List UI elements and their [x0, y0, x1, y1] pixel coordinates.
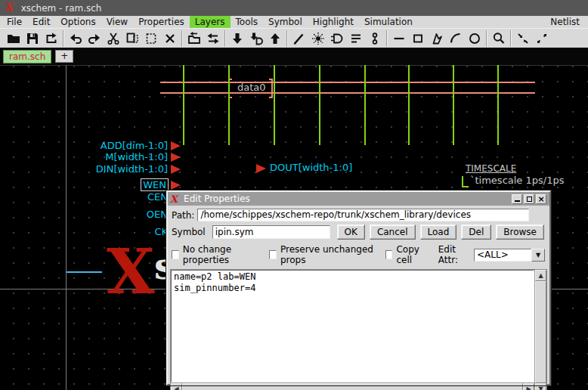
del-button[interactable]: Del	[461, 224, 491, 240]
toggle-light-button[interactable]	[308, 29, 327, 48]
input-pin-arrow-icon[interactable]	[171, 141, 181, 150]
menu-netlist[interactable]: Netlist	[546, 16, 584, 28]
draw-arc-button[interactable]	[446, 29, 465, 48]
properties-textarea[interactable]: name=p2 lab=WEN sim_pinnumber=4	[171, 270, 534, 382]
paste-button[interactable]	[141, 29, 160, 48]
scroll-down-icon[interactable]	[535, 383, 546, 390]
pin-label-m[interactable]: M[width-1:0]	[105, 151, 168, 162]
pin-stub-wire[interactable]	[228, 65, 230, 145]
menu-view[interactable]: View	[101, 16, 133, 28]
menu-file[interactable]: File	[2, 16, 27, 28]
netlist-lines-button[interactable]	[346, 29, 365, 48]
make-symbol-button[interactable]	[327, 29, 346, 48]
tab-ram-sch[interactable]: ram.sch	[3, 50, 51, 63]
menu-simulation[interactable]: Simulation	[359, 16, 418, 28]
bus-tap-right[interactable]	[269, 79, 273, 98]
window-titlebar[interactable]: X xschem - ram.sch	[0, 0, 588, 16]
checkbox-icon[interactable]	[269, 250, 277, 259]
xschem-logo-icon: X	[4, 2, 15, 14]
scroll-left-icon[interactable]	[171, 383, 182, 390]
open-file-button[interactable]	[4, 29, 23, 48]
menu-edit[interactable]: Edit	[27, 16, 55, 28]
pin-label-din[interactable]: DIN[width-1:0]	[96, 163, 168, 175]
zoom-box-button[interactable]	[489, 29, 508, 48]
pin-stub-wire[interactable]	[408, 65, 410, 145]
vertical-scrollbar-thumb[interactable]	[535, 281, 546, 383]
menu-highlight[interactable]: Highlight	[308, 16, 359, 28]
menu-layers[interactable]: Layers	[190, 16, 231, 28]
minimize-button[interactable]	[512, 194, 522, 204]
pin-stub-wire[interactable]	[183, 65, 184, 145]
horizontal-scrollbar-thumb[interactable]	[182, 383, 523, 390]
dropdown-arrow-icon[interactable]	[531, 249, 545, 262]
menu-options[interactable]: Options	[55, 16, 101, 28]
draw-line-button[interactable]	[389, 29, 408, 48]
menu-tools[interactable]: Tools	[231, 16, 264, 28]
draw-rect-button[interactable]	[408, 29, 427, 48]
pin-stub-wire[interactable]	[274, 65, 275, 145]
dialog-titlebar[interactable]: X Edit Properties ×	[168, 192, 549, 206]
menu-symbol[interactable]: Symbol	[263, 16, 308, 28]
input-pin-arrow-icon[interactable]	[171, 181, 181, 190]
scroll-right-icon[interactable]	[523, 383, 534, 390]
undo-button[interactable]	[66, 29, 85, 48]
delete-button[interactable]	[160, 29, 179, 48]
input-pin-arrow-icon[interactable]	[171, 153, 181, 162]
menu-properties[interactable]: Properties	[133, 16, 190, 28]
vertical-scrollbar[interactable]	[534, 270, 546, 390]
zoom-in-button[interactable]	[513, 29, 532, 48]
timescale-title[interactable]: TIMESCALE	[466, 164, 516, 174]
timescale-value[interactable]: `timescale 1ps/1ps	[470, 175, 564, 186]
zoom-out-button[interactable]	[532, 29, 551, 48]
checkbox-icon[interactable]	[172, 250, 179, 259]
push-down-button[interactable]	[227, 29, 246, 48]
input-pin-arrow-icon[interactable]	[171, 165, 181, 174]
descend-symbol-button[interactable]	[246, 29, 265, 48]
break-link-button[interactable]	[365, 29, 384, 48]
pin-stub-wire[interactable]	[497, 65, 499, 145]
pin-stub-wire[interactable]	[364, 65, 366, 145]
save-file-button[interactable]	[23, 29, 42, 48]
checkbox-icon[interactable]	[385, 250, 393, 259]
pin-stub-wire[interactable]	[453, 65, 454, 145]
browse-button[interactable]: Browse	[496, 224, 544, 240]
pop-back-button[interactable]	[184, 29, 203, 48]
edit-attr-value[interactable]: <ALL>	[474, 249, 531, 262]
go-up-button[interactable]	[265, 29, 284, 48]
output-pin-arrow-icon[interactable]	[256, 164, 266, 173]
load-button[interactable]: Load	[420, 224, 457, 240]
net-label-data0[interactable]: data0	[237, 82, 266, 93]
reload-button[interactable]	[42, 29, 60, 48]
maximize-button[interactable]	[524, 194, 534, 204]
ok-button[interactable]: OK	[337, 224, 365, 240]
path-field[interactable]: /home/schippes/xschem-repo/trunk/xschem_…	[197, 209, 529, 221]
toolbar-group	[182, 29, 224, 48]
redo-button[interactable]	[85, 29, 104, 48]
copy-button[interactable]	[122, 29, 141, 48]
checkbox-copy-cell[interactable]: Copy cell	[385, 244, 429, 265]
pin-label-oen[interactable]: OEN	[147, 209, 168, 220]
checkbox-preserve-unchanged-props[interactable]: Preserve unchanged props	[269, 244, 376, 265]
horizontal-scrollbar[interactable]	[171, 382, 534, 390]
draw-circle-button[interactable]	[465, 29, 484, 48]
edit-attr-combobox[interactable]: <ALL>	[474, 249, 545, 262]
close-button[interactable]: ×	[536, 194, 546, 204]
pin-label-cen[interactable]: CEN	[147, 191, 168, 203]
bus-wire-top[interactable]	[160, 82, 535, 83]
draw-polygon-button[interactable]	[427, 29, 446, 48]
pin-label-dout[interactable]: DOUT[width-1:0]	[270, 162, 352, 173]
symbol-input[interactable]: ipin.sym	[212, 225, 330, 239]
bus-wire-bottom[interactable]	[160, 92, 535, 94]
scroll-up-icon[interactable]	[535, 270, 546, 281]
draw-wire-button[interactable]	[289, 29, 308, 48]
pin-label-add[interactable]: ADD[dim-1:0]	[101, 140, 168, 151]
new-tab-button[interactable]: +	[55, 50, 73, 63]
draw-arc-icon	[448, 31, 463, 46]
swap-arrows-button[interactable]	[203, 29, 222, 48]
pin-label-wen[interactable]: WEN	[141, 179, 168, 190]
pin-stub-wire[interactable]	[319, 65, 320, 145]
checkbox-no-change-properties[interactable]: No change properties	[172, 244, 259, 265]
cancel-button[interactable]: Cancel	[370, 224, 416, 240]
wire-segment[interactable]	[67, 271, 102, 273]
cut-button[interactable]	[104, 29, 122, 48]
